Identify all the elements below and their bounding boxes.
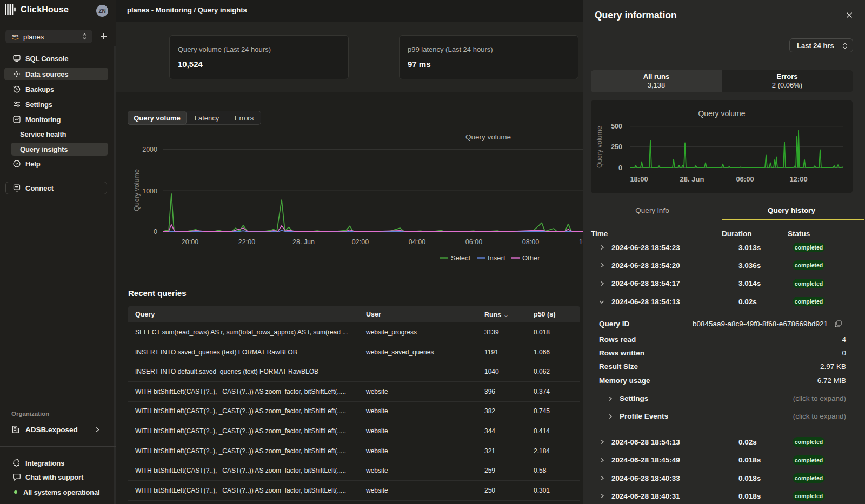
svg-text:1000: 1000 <box>142 187 157 195</box>
svg-text:28. Jun: 28. Jun <box>292 238 315 246</box>
svg-text:0: 0 <box>154 228 157 236</box>
svg-text:aws: aws <box>12 34 19 38</box>
svg-text:Query volume: Query volume <box>133 169 141 211</box>
svg-text:2000: 2000 <box>142 146 157 153</box>
svg-text:02:00: 02:00 <box>352 238 369 246</box>
svg-text:Insert: Insert <box>488 254 505 262</box>
svg-text:08:00: 08:00 <box>522 238 539 246</box>
svg-text:10:00: 10:00 <box>579 238 583 246</box>
svg-text:Query volume: Query volume <box>465 133 511 141</box>
svg-text:22:00: 22:00 <box>238 238 255 246</box>
svg-text:28. Jun: 28. Jun <box>680 175 704 183</box>
svg-text:06:00: 06:00 <box>465 238 482 246</box>
svg-text:18:00: 18:00 <box>630 175 648 183</box>
svg-text:0: 0 <box>618 164 622 172</box>
svg-text:Other: Other <box>522 254 540 262</box>
svg-text:Select: Select <box>451 254 471 262</box>
svg-text:06:00: 06:00 <box>736 175 754 183</box>
svg-text:Query volume: Query volume <box>698 109 745 118</box>
svg-text:04:00: 04:00 <box>409 238 425 246</box>
svg-text:20:00: 20:00 <box>182 238 198 246</box>
svg-text:?: ? <box>16 162 18 166</box>
svg-text:500: 500 <box>611 123 622 130</box>
svg-text:250: 250 <box>611 143 622 151</box>
svg-text:12:00: 12:00 <box>789 175 807 183</box>
svg-text:Query volume: Query volume <box>596 126 603 168</box>
